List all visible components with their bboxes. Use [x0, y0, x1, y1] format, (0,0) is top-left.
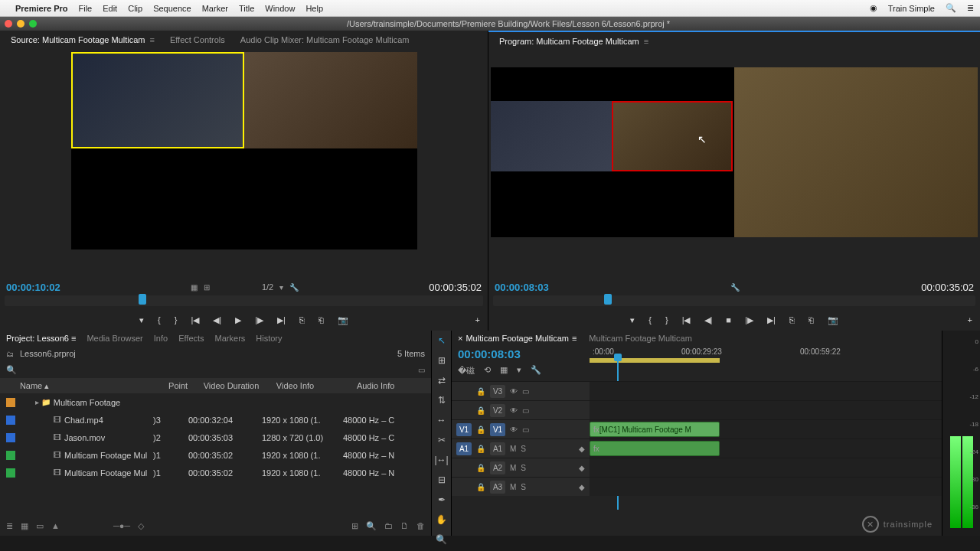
eye-icon[interactable]: 👁 — [510, 387, 518, 396]
settings-icon[interactable]: 🔧 — [531, 365, 541, 377]
mark-out-icon[interactable]: { — [158, 315, 161, 324]
list-view-icon[interactable]: ≣ — [6, 521, 13, 531]
track-source-patch[interactable]: A1 — [456, 442, 472, 455]
tab-history[interactable]: History — [256, 334, 282, 343]
cc-icon[interactable]: ◉ — [870, 3, 877, 13]
video-track-header[interactable]: 🔒V2👁▭ — [452, 400, 590, 419]
source-multicam-icon[interactable]: ⊞ — [204, 283, 210, 292]
timeline-ruler[interactable]: :00:00 00:00:29:23 00:00:59:22 — [590, 346, 942, 381]
program-scrubber[interactable] — [493, 295, 975, 306]
play-icon[interactable]: ▶ — [235, 315, 241, 325]
export-frame-icon[interactable]: 📷 — [828, 315, 838, 325]
goto-out-icon[interactable]: ▶| — [277, 315, 286, 325]
source-tc-in[interactable]: 00:00:10:02 — [6, 282, 60, 293]
source-safe-margins-icon[interactable]: ▦ — [191, 283, 198, 292]
lock-icon[interactable]: 🔒 — [476, 406, 485, 415]
insert-icon[interactable]: ⎘ — [299, 315, 305, 324]
extract-icon[interactable]: ⎗ — [808, 315, 814, 324]
hand-tool-icon[interactable]: ✋ — [436, 514, 447, 525]
mark-clip-icon[interactable]: } — [665, 315, 668, 324]
window-close-button[interactable] — [5, 20, 12, 28]
add-marker-icon[interactable]: ▦ — [500, 365, 508, 377]
tab-markers[interactable]: Markers — [215, 334, 246, 343]
video-track-header[interactable]: V1🔒V1👁▭ — [452, 419, 590, 439]
tab-source[interactable]: Source: Multicam Footage Multicam≡ — [3, 31, 162, 49]
track-select-tool-icon[interactable]: ⊞ — [438, 355, 446, 366]
pen-tool-icon[interactable]: ✒ — [438, 494, 446, 505]
solo-icon[interactable]: S — [521, 445, 526, 453]
menu-sequence[interactable]: Sequence — [153, 4, 191, 13]
track-lane[interactable] — [590, 477, 942, 496]
keyframe-icon[interactable]: ◆ — [579, 445, 585, 453]
sync-lock-icon[interactable]: ▭ — [522, 425, 529, 434]
solo-icon[interactable]: S — [521, 483, 526, 491]
solo-icon[interactable]: S — [521, 464, 526, 472]
tab-menu-icon[interactable]: ≡ — [149, 35, 154, 44]
track-lane[interactable] — [590, 458, 942, 477]
menu-file[interactable]: File — [78, 4, 92, 13]
tab-audio-clip-mixer[interactable]: Audio Clip Mixer: Multicam Footage Multi… — [233, 31, 417, 49]
overwrite-icon[interactable]: ⎗ — [318, 315, 324, 324]
stop-icon[interactable]: ■ — [726, 315, 731, 324]
video-track-header[interactable]: 🔒V3👁▭ — [452, 381, 590, 400]
audio-track-header[interactable]: A1🔒A1MS◆ — [452, 439, 590, 458]
timeline-tc[interactable]: 00:00:08:03 — [452, 346, 590, 362]
close-icon[interactable]: × — [458, 334, 462, 343]
rate-stretch-tool-icon[interactable]: ↔ — [437, 415, 446, 425]
label-chip[interactable] — [6, 398, 15, 407]
track-lane[interactable] — [590, 400, 942, 419]
chevron-down-icon[interactable]: ▾ — [279, 283, 283, 292]
find-icon[interactable]: ⊞ — [351, 521, 358, 531]
sync-lock-icon[interactable]: ▭ — [522, 406, 529, 415]
track-target[interactable]: V2 — [490, 404, 505, 417]
mark-clip-icon[interactable]: } — [175, 315, 178, 324]
auto-scene-icon[interactable]: ◇ — [138, 521, 144, 531]
step-fwd-icon[interactable]: |▶ — [745, 315, 753, 325]
step-back-icon[interactable]: ◀| — [704, 315, 713, 325]
account-name[interactable]: Train Simple — [888, 4, 935, 13]
wrench-icon[interactable]: 🔧 — [289, 283, 299, 292]
snap-icon[interactable]: �磁 — [458, 365, 475, 377]
track-lane[interactable]: fx — [590, 439, 942, 458]
razor-tool-icon[interactable]: ✂ — [438, 435, 446, 445]
slide-tool-icon[interactable]: ⊟ — [438, 474, 446, 485]
mark-out-icon[interactable]: { — [648, 315, 652, 324]
project-row[interactable]: 🎞Multicam Footage Mul )1 00:00:35:02 192… — [0, 446, 431, 464]
menu-help[interactable]: Help — [305, 4, 323, 13]
app-name[interactable]: Premiere Pro — [15, 4, 67, 13]
new-bin-icon[interactable]: 🗀 — [384, 521, 393, 531]
lock-icon[interactable]: 🔒 — [476, 387, 485, 396]
timeline-tab[interactable]: Multicam Footage Multicam — [589, 334, 692, 343]
track-target[interactable]: A1 — [490, 442, 505, 455]
audio-clip[interactable]: fx — [590, 441, 720, 456]
eye-icon[interactable]: 👁 — [510, 406, 518, 415]
label-chip[interactable] — [6, 468, 15, 478]
lift-icon[interactable]: ⎘ — [789, 315, 795, 324]
search-icon[interactable]: 🔍 — [366, 521, 377, 531]
trash-icon[interactable]: 🗑 — [416, 521, 425, 531]
program-tc-in[interactable]: 00:00:08:03 — [495, 282, 549, 293]
step-fwd-icon[interactable]: |▶ — [255, 315, 263, 325]
tab-program[interactable]: Program: Multicam Footage Multicam≡ — [492, 32, 656, 51]
goto-in-icon[interactable]: |◀ — [191, 315, 199, 325]
project-row[interactable]: 🎞Jason.mov )2 00:00:35:03 980 x 551 (1.… — [0, 429, 431, 446]
tab-project[interactable]: Project: Lesson6 ≡ — [6, 334, 76, 343]
marker-icon[interactable]: ▾ — [517, 365, 521, 377]
mark-in-icon[interactable]: ▾ — [630, 315, 635, 325]
new-item-icon[interactable]: 🗋 — [400, 521, 409, 531]
menu-edit[interactable]: Edit — [103, 4, 117, 13]
window-zoom-button[interactable] — [29, 20, 37, 28]
mute-icon[interactable]: M — [510, 483, 516, 491]
label-chip[interactable] — [6, 451, 15, 460]
rolling-tool-icon[interactable]: ⇅ — [438, 395, 446, 406]
audio-track-header[interactable]: 🔒A3MS◆ — [452, 477, 590, 496]
menu-window[interactable]: Window — [265, 4, 295, 13]
tab-menu-icon[interactable]: ≡ — [644, 37, 648, 46]
project-column-header[interactable]: Name ▴ Point Video Duration Video Info A… — [0, 378, 431, 393]
project-row[interactable]: 🎞Multicam Footage Mul )1 00:00:35:02 192… — [0, 464, 431, 481]
tab-media-browser[interactable]: Media Browser — [87, 334, 142, 343]
linked-selection-icon[interactable]: ⟲ — [484, 365, 491, 377]
window-minimize-button[interactable] — [17, 20, 24, 28]
filter-icon[interactable]: ▭ — [418, 366, 425, 374]
track-target[interactable]: V1 — [490, 423, 505, 436]
